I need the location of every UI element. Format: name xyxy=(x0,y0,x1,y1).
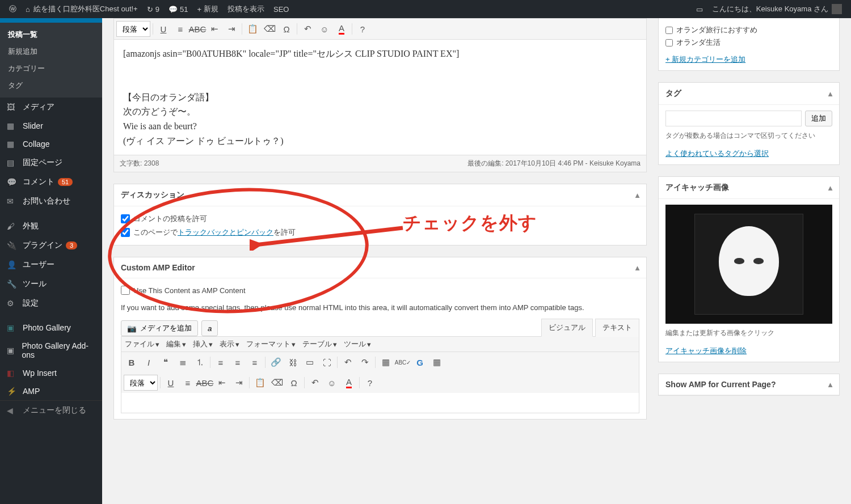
fullscreen-button[interactable]: ⛶ xyxy=(319,354,335,370)
popular-tags-link[interactable]: よく使われているタグから選択 xyxy=(665,149,769,158)
align-left-button[interactable]: ≡ xyxy=(213,354,229,370)
trackback-link[interactable]: トラックバックとピンバック xyxy=(178,228,273,236)
collapse-menu[interactable]: ◀メニューを閉じる xyxy=(0,400,102,420)
menu-photo-gallery[interactable]: ▣Photo Gallery xyxy=(0,319,102,337)
amp-editor-content[interactable] xyxy=(121,393,639,413)
menu-contact[interactable]: ✉お問い合わせ xyxy=(0,192,102,211)
tag-input[interactable] xyxy=(665,111,802,126)
strike-button[interactable]: ABC xyxy=(197,375,213,391)
category-item[interactable]: オランダ生活 xyxy=(665,36,832,49)
menu-comments[interactable]: 💬コメント51 xyxy=(0,172,102,192)
clear-button[interactable]: ⌫ xyxy=(269,375,285,391)
add-category-link[interactable]: + 新規カテゴリーを追加 xyxy=(665,55,745,63)
menu-amp[interactable]: ⚡AMP xyxy=(0,382,102,400)
undo2-button[interactable]: ↶ xyxy=(307,375,323,391)
my-account[interactable]: こんにちは、 Keisuke Koyama さん xyxy=(707,0,846,18)
special-char-button[interactable]: Ω xyxy=(279,21,294,37)
seo-menu[interactable]: SEO xyxy=(269,0,293,18)
remove-featured-link[interactable]: アイキャッチ画像を削除 xyxy=(665,346,747,355)
use-amp-content-row[interactable]: Use This Content as AMP Content xyxy=(121,284,639,297)
discussion-header[interactable]: ディスカッション ▴ xyxy=(114,184,646,206)
submenu-posts-all[interactable]: 投稿一覧 xyxy=(0,26,102,43)
menu-format[interactable]: フォーマット ▾ xyxy=(246,339,296,349)
tab-visual[interactable]: ビジュアル xyxy=(541,319,593,337)
menu-edit[interactable]: 編集 ▾ xyxy=(166,339,186,349)
menu-file[interactable]: ファイル ▾ xyxy=(125,339,159,349)
view-post[interactable]: 投稿を表示 xyxy=(223,0,269,18)
menu-slider[interactable]: ▦Slider xyxy=(0,117,102,135)
tags-header[interactable]: タグ▴ xyxy=(659,83,839,105)
menu-photo-gallery-addons[interactable]: ▣Photo Gallery Add-ons xyxy=(0,337,102,364)
format-select[interactable]: 段落 xyxy=(116,21,150,37)
indent-button[interactable]: ⇥ xyxy=(231,375,247,391)
help-button[interactable]: ? xyxy=(362,375,378,391)
paste-button[interactable]: 📋 xyxy=(252,375,268,391)
allow-comments-row[interactable]: コメントの投稿を許可 xyxy=(121,212,639,226)
menu-settings[interactable]: ⚙設定 xyxy=(0,294,102,313)
bold-button[interactable]: B xyxy=(124,354,140,370)
outdent-button[interactable]: ⇤ xyxy=(214,375,230,391)
show-amp-header[interactable]: Show AMP for Current Page?▴ xyxy=(659,374,839,395)
undo-button[interactable]: ↶ xyxy=(300,21,315,37)
add-media-button[interactable]: 📷メディアを追加 xyxy=(121,320,198,336)
emoji-button[interactable]: ☺ xyxy=(317,21,332,37)
notifications[interactable]: ▭ xyxy=(692,0,707,18)
clear-format-button[interactable]: ⌫ xyxy=(262,21,277,37)
menu-users[interactable]: 👤ユーザー xyxy=(0,255,102,274)
updates[interactable]: ↻9 xyxy=(142,0,164,18)
help-button[interactable]: ? xyxy=(355,21,370,37)
more-button[interactable]: ▭ xyxy=(302,354,318,370)
justify-button[interactable]: ≡ xyxy=(172,21,188,37)
menu-posts[interactable] xyxy=(0,18,102,23)
allow-pings-checkbox[interactable] xyxy=(121,228,130,237)
unlink-button[interactable]: ⛓ xyxy=(285,354,301,370)
amazon-button[interactable]: a xyxy=(201,320,218,336)
text-color-button[interactable]: A xyxy=(334,21,349,37)
tab-text[interactable]: テキスト xyxy=(595,319,639,337)
allow-comments-checkbox[interactable] xyxy=(121,214,130,223)
allow-pings-row[interactable]: このページでトラックバックとピンバックを許可 xyxy=(121,226,639,239)
menu-tools[interactable]: ツール ▾ xyxy=(344,339,371,349)
amp-format-select[interactable]: 段落 xyxy=(124,375,158,391)
numbered-list-button[interactable]: ⒈ xyxy=(192,354,208,370)
site-name[interactable]: ⌂絵を描く口腔外科医Chest out!+ xyxy=(21,0,142,18)
toggle-icon[interactable]: ▴ xyxy=(635,263,639,272)
use-amp-content-checkbox[interactable] xyxy=(121,286,130,295)
featured-image-preview[interactable] xyxy=(665,205,832,324)
toggle-icon[interactable]: ▴ xyxy=(635,190,639,200)
toggle-icon[interactable]: ▴ xyxy=(828,183,832,192)
paste-button[interactable]: 📋 xyxy=(245,21,260,37)
submenu-posts-new[interactable]: 新規追加 xyxy=(0,43,102,60)
justify-button[interactable]: ≡ xyxy=(180,375,196,391)
underline-button[interactable]: U xyxy=(163,375,179,391)
add-tag-button[interactable]: 追加 xyxy=(805,111,832,126)
outdent-button[interactable]: ⇤ xyxy=(207,21,222,37)
submenu-posts-tags[interactable]: タグ xyxy=(0,77,102,94)
menu-media[interactable]: 🖾メディア xyxy=(0,98,102,117)
blockquote-button[interactable]: ❝ xyxy=(158,354,174,370)
undo-button[interactable]: ↶ xyxy=(340,354,356,370)
align-right-button[interactable]: ≡ xyxy=(247,354,263,370)
menu-pages[interactable]: ▤固定ページ xyxy=(0,153,102,172)
link-button[interactable]: 🔗 xyxy=(268,354,284,370)
special-char-button[interactable]: Ω xyxy=(286,375,302,391)
bullet-list-button[interactable]: ≣ xyxy=(175,354,191,370)
spellcheck-button[interactable]: ABC✓ xyxy=(395,354,411,370)
strikethrough-button[interactable]: ABC xyxy=(189,21,205,37)
menu-collage[interactable]: ▦Collage xyxy=(0,135,102,153)
toolbar-toggle-button[interactable]: ▦ xyxy=(429,354,445,370)
menu-view[interactable]: 表示 ▾ xyxy=(220,339,239,349)
menu-table[interactable]: テーブル ▾ xyxy=(302,339,337,349)
menu-plugins[interactable]: 🔌プラグイン3 xyxy=(0,236,102,255)
indent-button[interactable]: ⇥ xyxy=(224,21,239,37)
italic-button[interactable]: I xyxy=(141,354,157,370)
editor-content-area[interactable]: [amazonjs asin="B00ATUHB8K" locale="JP" … xyxy=(113,39,647,155)
toggle-icon[interactable]: ▴ xyxy=(828,89,832,98)
redo-button[interactable]: ↷ xyxy=(357,354,373,370)
menu-wp-insert[interactable]: ◧Wp Insert xyxy=(0,364,102,382)
submenu-posts-categories[interactable]: カテゴリー xyxy=(0,60,102,77)
featured-image-header[interactable]: アイキャッチ画像▴ xyxy=(659,177,839,199)
category-checkbox[interactable] xyxy=(665,39,673,46)
menu-appearance[interactable]: 🖌外観 xyxy=(0,217,102,236)
comments-bubble[interactable]: 💬51 xyxy=(164,0,192,18)
